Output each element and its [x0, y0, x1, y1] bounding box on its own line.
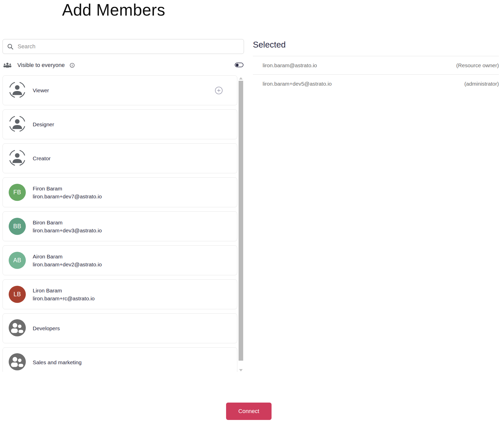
scrollbar-thumb[interactable] [239, 81, 243, 361]
user-name: Firon Baram [33, 185, 102, 192]
selected-member-row: liron.baram@astrato.io (Resource owner) [253, 56, 499, 74]
scrollbar-down-arrow[interactable] [239, 369, 243, 371]
list-item-user[interactable]: BB Biron Baram liron.baram+dev3@astrato.… [3, 211, 237, 241]
role-label: Designer [33, 121, 54, 128]
visibility-row: Visible to everyone [3, 61, 244, 70]
groups-icon [3, 62, 12, 68]
user-name: Biron Baram [33, 219, 102, 226]
selected-member-role: (administrator) [464, 81, 499, 87]
page-title: Add Members [62, 1, 165, 19]
list-item-group[interactable]: Sales and marketing [3, 347, 237, 372]
group-avatar-icon [9, 353, 26, 371]
list-item-user[interactable]: LB Liron Baram liron.baram+rc@astrato.io [3, 279, 237, 309]
role-person-icon [9, 81, 26, 99]
user-email: liron.baram+dev2@astrato.io [33, 260, 102, 268]
group-label: Sales and marketing [33, 359, 81, 366]
members-list: Viewer Designer Creator FB Firon Baram l… [3, 75, 244, 372]
avatar: FB [9, 184, 26, 201]
group-avatar-icon [9, 319, 26, 337]
list-item-role-creator[interactable]: Creator [3, 143, 237, 173]
role-person-icon [9, 149, 26, 167]
scrollbar-up-arrow[interactable] [239, 77, 243, 79]
toggle-knob [236, 64, 239, 66]
list-item-role-viewer[interactable]: Viewer [3, 75, 237, 105]
group-label: Developers [33, 325, 60, 332]
add-icon[interactable] [215, 86, 223, 94]
user-name: Liron Baram [33, 287, 95, 294]
connect-button[interactable]: Connect [226, 403, 272, 420]
list-item-user[interactable]: AB Airon Baram liron.baram+dev2@astrato.… [3, 245, 237, 275]
user-name: Airon Baram [33, 253, 102, 260]
selected-heading: Selected [253, 40, 286, 50]
user-email: liron.baram+dev7@astrato.io [33, 192, 102, 200]
selected-list: liron.baram@astrato.io (Resource owner) … [253, 56, 499, 93]
list-item-group[interactable]: Developers [3, 313, 237, 343]
search-input[interactable] [18, 43, 240, 50]
selected-member-email: liron.baram+dev5@astrato.io [263, 81, 332, 87]
search-icon [7, 43, 14, 50]
info-icon[interactable] [69, 63, 75, 68]
avatar: BB [9, 218, 26, 235]
user-email: liron.baram+dev3@astrato.io [33, 226, 102, 234]
list-item-role-designer[interactable]: Designer [3, 109, 237, 139]
selected-member-email: liron.baram@astrato.io [263, 62, 317, 69]
selected-member-row: liron.baram+dev5@astrato.io (administrat… [253, 74, 499, 93]
role-label: Viewer [33, 87, 49, 94]
role-label: Creator [33, 155, 51, 162]
visibility-label: Visible to everyone [17, 62, 65, 69]
list-item-user[interactable]: FB Firon Baram liron.baram+dev7@astrato.… [3, 177, 237, 207]
selected-member-role: (Resource owner) [456, 62, 499, 69]
avatar: LB [9, 286, 26, 303]
role-person-icon [9, 115, 26, 133]
user-email: liron.baram+rc@astrato.io [33, 294, 95, 302]
search-box[interactable] [3, 39, 244, 54]
visibility-toggle[interactable] [235, 63, 243, 67]
avatar: AB [9, 252, 26, 269]
